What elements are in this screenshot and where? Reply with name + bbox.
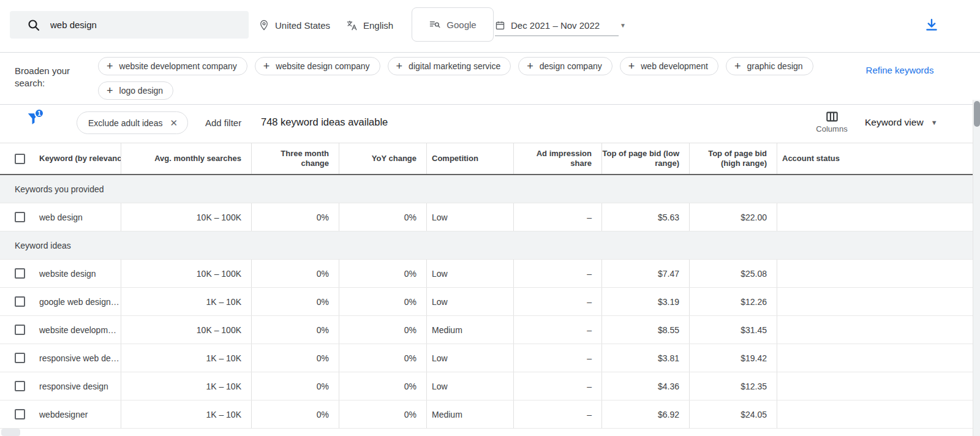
column-header-top-bid-low[interactable]: Top of page bid (low range) xyxy=(601,143,689,174)
close-icon[interactable]: ✕ xyxy=(170,118,178,129)
broaden-chip-label: logo design xyxy=(119,86,164,96)
column-header-ad-impression-share[interactable]: Ad impression share xyxy=(513,143,601,174)
cell-competition: Low xyxy=(426,288,513,315)
broaden-chip-label: design company xyxy=(540,61,602,71)
row-checkbox[interactable] xyxy=(15,212,25,222)
cell-top-bid-low: $4.36 xyxy=(601,372,689,400)
checkbox-cell xyxy=(0,400,37,428)
divider xyxy=(0,104,980,105)
broaden-chip[interactable]: +web development xyxy=(620,57,718,75)
checkbox-cell xyxy=(0,372,37,400)
caret-down-icon: ▼ xyxy=(620,22,626,29)
view-selector-label: Keyword view xyxy=(865,117,924,128)
column-header-top-bid-high[interactable]: Top of page bid (high range) xyxy=(689,143,777,174)
cell-ad-impression-share: – xyxy=(513,344,601,372)
results-summary: 748 keyword ideas available xyxy=(261,116,388,128)
columns-button[interactable]: Columns xyxy=(813,111,850,133)
row-checkbox[interactable] xyxy=(15,296,25,307)
broaden-chip-label: graphic design xyxy=(747,61,803,71)
cell-three-month-change: 0% xyxy=(251,203,339,231)
location-selector[interactable]: United States xyxy=(258,17,330,33)
table-row: responsive design1K – 10K0%0%Low–$4.36$1… xyxy=(0,372,973,400)
select-all-checkbox[interactable] xyxy=(15,154,25,164)
network-label: Google xyxy=(447,20,476,30)
cell-competition: Low xyxy=(426,344,513,372)
cell-avg-monthly-searches: 10K – 100K xyxy=(121,203,251,231)
cell-competition: Low xyxy=(426,203,513,231)
broaden-chip[interactable]: +digital marketing service xyxy=(388,57,511,75)
cell-account-status xyxy=(777,288,973,315)
checkbox-cell xyxy=(0,316,37,344)
language-label: English xyxy=(363,20,393,31)
cell-keyword: webdesigner xyxy=(37,400,121,428)
checkbox-cell xyxy=(0,344,37,372)
search-input[interactable] xyxy=(50,20,222,30)
column-header-keyword[interactable]: Keyword (by relevance) xyxy=(37,143,121,174)
horizontal-scrollbar-thumb[interactable] xyxy=(1,429,20,436)
table-row: website design10K – 100K0%0%Low–$7.47$25… xyxy=(0,260,973,288)
view-selector[interactable]: Keyword view ▼ xyxy=(865,117,938,128)
row-checkbox[interactable] xyxy=(15,381,25,391)
language-selector[interactable]: English xyxy=(346,17,393,33)
cell-yoy-change: 0% xyxy=(339,288,426,315)
column-header-label: Ad impression share xyxy=(514,149,592,168)
columns-icon xyxy=(826,111,839,122)
calendar-icon xyxy=(495,20,505,31)
table-row: webdesigner1K – 10K0%0%Medium–$6.92$24.0… xyxy=(0,400,973,429)
search-network-selector[interactable]: Google xyxy=(412,7,494,42)
download-button[interactable] xyxy=(922,16,941,34)
cell-ad-impression-share: – xyxy=(513,372,601,400)
search-network-icon xyxy=(429,18,441,31)
keyword-table: Keyword (by relevance)Avg. monthly searc… xyxy=(0,143,973,429)
cell-avg-monthly-searches: 1K – 10K xyxy=(121,288,251,315)
cell-three-month-change: 0% xyxy=(251,316,339,344)
cell-top-bid-low: $3.19 xyxy=(601,288,689,315)
plus-icon: + xyxy=(263,61,270,72)
row-checkbox[interactable] xyxy=(15,325,25,335)
broaden-chip[interactable]: +graphic design xyxy=(726,57,813,75)
filter-button[interactable]: 1 xyxy=(26,111,47,132)
cell-yoy-change: 0% xyxy=(339,203,426,231)
cell-top-bid-low: $5.63 xyxy=(601,203,689,231)
column-header-yoy-change[interactable]: YoY change xyxy=(339,143,426,174)
checkbox-cell xyxy=(0,288,37,315)
broaden-chip[interactable]: +design company xyxy=(518,57,612,75)
row-checkbox[interactable] xyxy=(15,268,25,279)
cell-competition: Medium xyxy=(426,400,513,428)
vertical-scrollbar[interactable] xyxy=(973,100,980,436)
column-header-avg-monthly-searches[interactable]: Avg. monthly searches xyxy=(121,143,251,174)
row-checkbox[interactable] xyxy=(15,353,25,363)
column-header-label: YoY change xyxy=(372,154,417,164)
column-header-label: Competition xyxy=(432,154,478,164)
refine-keywords-link[interactable]: Refine keywords xyxy=(862,64,937,77)
date-range-selector[interactable]: Dec 2021 – Nov 2022 ▼ xyxy=(495,17,626,33)
add-filter-button[interactable]: Add filter xyxy=(205,118,241,128)
location-label: United States xyxy=(275,20,330,31)
keyword-search-field[interactable] xyxy=(10,11,249,39)
column-header-label: Top of page bid (high range) xyxy=(690,149,767,168)
cell-competition: Low xyxy=(426,260,513,287)
column-header-label: Account status xyxy=(782,154,840,164)
column-header-three-month-change[interactable]: Three month change xyxy=(251,143,339,174)
table-row: web design10K – 100K0%0%Low–$5.63$22.00 xyxy=(0,203,973,231)
download-icon xyxy=(924,18,939,32)
divider xyxy=(0,52,980,53)
cell-top-bid-high: $31.45 xyxy=(689,316,777,344)
cell-top-bid-high: $12.35 xyxy=(689,372,777,400)
cell-competition: Medium xyxy=(426,316,513,344)
broaden-chip[interactable]: +logo design xyxy=(98,81,173,100)
cell-top-bid-low: $3.81 xyxy=(601,344,689,372)
row-checkbox[interactable] xyxy=(15,409,25,419)
broaden-chip[interactable]: +website development company xyxy=(98,57,247,75)
cell-account-status xyxy=(777,344,973,372)
cell-keyword: website developm… xyxy=(37,316,121,344)
table-header-row: Keyword (by relevance)Avg. monthly searc… xyxy=(0,143,973,175)
active-filter-chip[interactable]: Exclude adult ideas ✕ xyxy=(77,111,188,134)
location-pin-icon xyxy=(258,20,270,31)
broaden-chip-label: website development company xyxy=(119,61,237,71)
column-header-account-status[interactable]: Account status xyxy=(777,143,973,174)
cell-three-month-change: 0% xyxy=(251,400,339,428)
column-header-competition[interactable]: Competition xyxy=(426,143,513,174)
broaden-chip[interactable]: +website design company xyxy=(255,57,380,75)
vertical-scrollbar-thumb[interactable] xyxy=(974,101,980,127)
